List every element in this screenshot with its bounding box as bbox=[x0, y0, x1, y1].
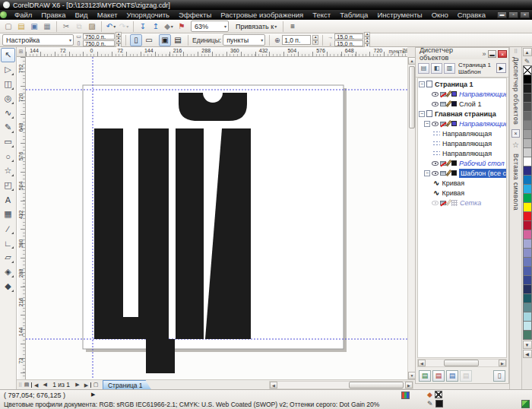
paste-button[interactable]: ▨ bbox=[86, 21, 98, 33]
units-combo[interactable]: пункты ▾ bbox=[223, 34, 265, 46]
palette-scroll-down-button[interactable]: ▼ bbox=[523, 341, 532, 349]
menu-item-2[interactable]: Правка bbox=[36, 10, 70, 20]
color-profile-icon[interactable] bbox=[401, 392, 410, 399]
tree-expander-icon[interactable]: − bbox=[419, 81, 425, 87]
fill-none-swatch[interactable] bbox=[435, 391, 442, 398]
welcome-screen-button[interactable]: ⚑ bbox=[176, 21, 188, 33]
polygon-tool[interactable]: ☆ bbox=[1, 163, 15, 178]
undo-dropdown-icon[interactable]: ▾ bbox=[113, 24, 116, 29]
docker-collapse-button[interactable]: ▬ bbox=[488, 50, 497, 58]
menu-item-1[interactable]: Файл bbox=[10, 10, 36, 20]
docker-options-flyout-button[interactable]: ▶ bbox=[496, 63, 506, 73]
layer-row-5[interactable]: −Направляющие (все с bbox=[418, 119, 506, 128]
docker-horizontal-scrollbar[interactable]: ◀ ▶ bbox=[417, 359, 507, 367]
vertical-scroll-thumb[interactable] bbox=[409, 66, 415, 128]
restore-window-button[interactable]: ▫ bbox=[508, 11, 518, 18]
new-master-layer-odd-pages-button[interactable]: ▤ bbox=[446, 370, 458, 382]
duplicate-x-field[interactable]: 15,0 п. bbox=[334, 33, 363, 40]
show-object-properties-button[interactable]: ▤ bbox=[418, 63, 429, 74]
tse-descender[interactable] bbox=[146, 339, 175, 373]
open-button[interactable]: ▤ bbox=[15, 21, 27, 33]
visibility-eye-icon[interactable] bbox=[432, 171, 439, 176]
page-width-field[interactable]: 750,0 п. bbox=[83, 33, 115, 40]
tree-expander-icon[interactable]: − bbox=[424, 121, 430, 127]
preset-combo[interactable]: Настройка ▾ bbox=[2, 34, 74, 46]
connector-tool[interactable]: ∟ bbox=[1, 236, 15, 250]
scroll-right-arrow[interactable]: ▶ bbox=[499, 360, 506, 366]
redo-button[interactable]: ↷▾ bbox=[118, 21, 130, 33]
table-tool[interactable]: ▦ bbox=[1, 207, 15, 221]
redo-dropdown-icon[interactable]: ▾ bbox=[126, 24, 128, 29]
application-launcher-dropdown-icon[interactable]: ▾ bbox=[171, 24, 173, 29]
minimize-window-button[interactable]: ▬ bbox=[497, 11, 507, 18]
shape-tool[interactable]: ▷ bbox=[1, 62, 15, 77]
visibility-eye-icon[interactable] bbox=[432, 122, 439, 126]
save-button[interactable]: ▣ bbox=[28, 21, 40, 33]
vertical-scrollbar[interactable]: ▲ ▼ bbox=[407, 57, 415, 379]
new-master-layer-even-pages-button[interactable]: ▤ bbox=[460, 370, 472, 382]
status-expander-icon[interactable]: ▶ bbox=[91, 392, 95, 398]
menu-item-4[interactable]: Макет bbox=[93, 10, 122, 20]
copy-button[interactable]: ⧉ bbox=[73, 21, 85, 33]
layer-row-12[interactable]: ∿Кривая bbox=[418, 188, 506, 198]
layer-row-2[interactable]: Направляющие bbox=[418, 89, 506, 99]
page-height-field[interactable]: 750,0 п. bbox=[83, 40, 115, 46]
last-page-button[interactable]: ▶ bbox=[82, 382, 91, 388]
layer-row-7[interactable]: Направляющая bbox=[418, 138, 506, 148]
layer-row-11[interactable]: ∿Кривая bbox=[418, 178, 506, 188]
undo-button[interactable]: ↶▾ bbox=[105, 21, 117, 33]
outline-color-swatch[interactable] bbox=[435, 400, 443, 407]
import-button[interactable]: ↧ bbox=[137, 21, 149, 33]
menu-item-10[interactable]: Инструменты bbox=[372, 10, 426, 20]
menu-item-6[interactable]: Эффекты bbox=[174, 10, 216, 20]
landscape-button[interactable]: ▭ bbox=[143, 34, 155, 46]
prev-page-button[interactable]: ◀ bbox=[40, 381, 49, 389]
menu-item-3[interactable]: Вид bbox=[70, 10, 92, 20]
interactive-fill-tool[interactable]: ◆ bbox=[1, 279, 15, 293]
menu-item-9[interactable]: Таблица bbox=[335, 10, 372, 20]
options-button[interactable]: ≡ bbox=[287, 21, 299, 33]
docker-flyout-chevron[interactable]: » bbox=[483, 50, 486, 58]
menu-item-11[interactable]: Окно bbox=[427, 10, 453, 20]
tree-expander-icon[interactable]: − bbox=[424, 170, 430, 176]
new-layer-button[interactable]: ▤ bbox=[419, 370, 431, 382]
interactive-effects-tool[interactable]: ▱ bbox=[1, 250, 15, 265]
smart-fill-tool[interactable]: ◈ bbox=[1, 265, 15, 279]
menu-item-5[interactable]: Упорядочить bbox=[122, 10, 175, 20]
layer-row-4[interactable]: −Главная страница bbox=[418, 109, 506, 119]
page-flyout-button[interactable]: ▤ bbox=[22, 381, 31, 389]
pick-tool[interactable]: ↖ bbox=[1, 48, 15, 62]
print-button[interactable]: ▦ bbox=[41, 21, 53, 33]
tse-left-stem[interactable] bbox=[94, 128, 123, 339]
portrait-button[interactable]: ▯ bbox=[130, 34, 142, 46]
document-palette-icon[interactable] bbox=[521, 400, 530, 408]
ruler-origin-button[interactable]: ⊞ bbox=[17, 47, 26, 57]
edit-across-layers-button[interactable]: ◧ bbox=[431, 63, 442, 74]
rectangle-tool[interactable]: ▭ bbox=[1, 135, 15, 149]
tse-bottom-bar[interactable] bbox=[94, 317, 169, 339]
crop-tool[interactable]: ◫ bbox=[1, 77, 15, 91]
ruler-units-label[interactable]: пункты bbox=[388, 49, 406, 54]
page-tab[interactable]: Страница 1 bbox=[103, 380, 151, 389]
scroll-left-arrow[interactable]: ◀ bbox=[270, 382, 277, 388]
snap-to-button[interactable]: Привязать к ▾ bbox=[233, 21, 280, 33]
delete-layer-button[interactable]: ▯ bbox=[493, 370, 505, 382]
layer-row-13[interactable]: Сетка bbox=[418, 198, 506, 208]
horizontal-scroll-thumb[interactable] bbox=[349, 382, 404, 388]
all-pages-button[interactable]: ▣ bbox=[159, 34, 171, 46]
palette-expand-button[interactable]: ◀ bbox=[523, 350, 532, 358]
scroll-right-arrow[interactable]: ▶ bbox=[405, 382, 413, 388]
nudge-stepper[interactable]: ▲▼ bbox=[312, 35, 318, 45]
vertical-ruler[interactable]: 79272064857650443236028821614472 bbox=[17, 57, 26, 379]
new-master-layer-all-pages-button[interactable]: ▤ bbox=[432, 370, 445, 382]
basic-shapes-tool[interactable]: ◰ bbox=[1, 178, 15, 192]
freehand-tool[interactable]: ∿ bbox=[1, 106, 15, 120]
layer-row-6[interactable]: Направляющая bbox=[418, 128, 506, 138]
layer-row-1[interactable]: −Страница 1 bbox=[418, 79, 506, 89]
tree-expander-icon[interactable]: − bbox=[419, 111, 425, 117]
menu-item-7[interactable]: Растровые изображения bbox=[216, 10, 308, 20]
zoom-level-combo[interactable]: 63% ▾ bbox=[191, 21, 229, 32]
parallel-dimension-tool[interactable]: ∕ bbox=[1, 221, 15, 236]
palette-scroll-up-button[interactable]: ▲ bbox=[523, 48, 532, 56]
visibility-eye-icon[interactable] bbox=[432, 102, 439, 106]
